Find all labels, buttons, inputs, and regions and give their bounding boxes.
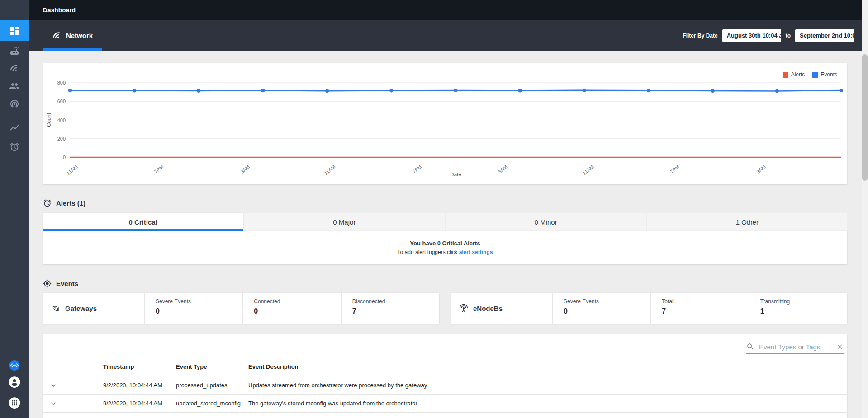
tab-network[interactable]: Network [43,20,102,51]
alerts-section-title: Alerts (1) [56,199,85,207]
cell-event-type: processed_updates [176,382,248,389]
date-from-input[interactable]: August 30th 10:04 a [722,29,781,42]
svg-text:600: 600 [57,99,66,104]
stat-label: Total [662,298,749,305]
svg-text:11AM: 11AM [581,164,594,176]
router-icon [9,45,20,56]
search-input[interactable] [758,343,832,351]
stat-label: Severe Events [156,298,242,305]
gateways-card-title: Gateways [65,305,97,312]
chart-legend: AlertsEvents [783,71,837,78]
page-title: Dashboard [43,7,76,14]
vertical-scrollbar [862,0,868,418]
alerts-severity-tabs: 0 Critical 0 Major 0 Minor 1 Other [43,213,847,231]
cell-event-description: The gateway's stored mconfig was updated… [248,400,847,407]
legend-label: Events [821,71,837,78]
date-filter: Filter By Date August 30th 10:04 a to Se… [683,20,854,51]
stat-value: 1 [760,307,847,315]
expand-row-button[interactable] [43,399,103,408]
sidebar-item-traffic[interactable] [0,95,29,113]
alerts-empty-hint-text: To add alert triggers click [398,249,458,255]
enodebs-card-label: eNodeBs [451,293,553,324]
alerts-section-header: Alerts (1) [43,199,85,207]
alarm-icon [9,142,19,152]
tab-other-label: 1 Other [736,218,759,226]
account-circle-icon [9,376,21,388]
tab-major[interactable]: 0 Major [244,213,444,231]
clear-search-icon[interactable] [836,343,844,351]
tab-major-label: 0 Major [333,218,356,226]
alarm-icon [43,199,52,207]
sidebar [0,0,29,418]
network-wifi-icon [9,64,19,74]
network-tab-label: Network [66,32,93,39]
expand-row-button[interactable] [43,381,103,390]
gateways-card: Gateways Severe Events 0 Connected 0 Dis… [43,293,439,324]
cell-event-type: updated_stored_mconfig [176,400,248,407]
sidebar-item-alarms[interactable] [0,138,29,156]
stat-value: 7 [662,307,749,315]
svg-text:Count: Count [46,113,52,127]
column-timestamp: Timestamp [103,363,176,370]
stat-label: Disconnected [352,298,439,305]
svg-text:800: 800 [57,80,66,85]
stat-transmitting: Transmitting 1 [749,293,847,324]
column-event-type: Event Type [176,363,248,370]
search-icon [746,343,754,351]
stat-total: Total 7 [651,293,749,324]
svg-text:7PM: 7PM [669,164,680,174]
legend-item-events: Events [812,71,837,78]
stat-severe-events: Severe Events 0 [145,293,243,324]
sidebar-item-metrics[interactable] [0,118,29,136]
events-section-header: Events [43,279,78,288]
events-summary-row: Gateways Severe Events 0 Connected 0 Dis… [43,293,847,324]
alerts-empty-title: You have 0 Critical Alerts [410,240,480,247]
alert-settings-link[interactable]: alert settings [459,249,493,255]
scrollbar-thumb[interactable] [862,54,868,181]
events-table-card: Timestamp Event Type Event Description 9… [43,334,847,418]
stat-label: Connected [254,298,341,305]
svg-text:7PM: 7PM [411,164,422,174]
tab-critical[interactable]: 0 Critical [43,213,243,231]
events-section-title: Events [56,280,78,287]
tab-minor[interactable]: 0 Minor [446,213,646,231]
sidebar-item-network[interactable] [0,60,29,78]
table-row[interactable]: 9/2/2020, 10:04:44 AM updated_stored_mco… [43,395,847,413]
stat-label: Transmitting [760,298,847,305]
stat-value: 0 [254,307,341,315]
stat-value: 0 [564,307,650,315]
sidebar-item-equipment[interactable] [0,42,29,60]
sidebar-item-subscribers[interactable] [0,77,29,95]
date-to-input[interactable]: September 2nd 10:04 [795,29,854,42]
cell-timestamp: 9/2/2020, 10:04:44 AM [103,382,176,389]
svg-text:7PM: 7PM [153,164,164,174]
tab-other[interactable]: 1 Other [647,213,847,231]
chevron-down-icon [49,399,58,408]
gateway-cell-icon [51,304,60,313]
svg-text:0: 0 [63,155,66,160]
svg-text:11AM: 11AM [323,164,336,176]
events-search-box [746,340,844,354]
account-circle-button[interactable] [9,376,21,388]
network-dashboard: { "topbar": { "title": "Dashboard" }, "h… [0,0,868,418]
alerts-empty-state: You have 0 Critical Alerts To add alert … [43,231,847,264]
wifi-tethering-icon [9,99,20,109]
cell-timestamp: 9/2/2020, 10:04:44 AM [103,400,176,407]
table-row[interactable]: 9/2/2020, 10:04:44 AM processed_updates … [43,376,847,395]
apps-grid-button[interactable] [9,397,21,409]
stat-connected: Connected 0 [243,293,341,324]
svg-text:200: 200 [57,136,66,141]
legend-item-alerts: Alerts [783,71,805,78]
code-circle-button[interactable] [9,360,20,371]
svg-text:3AM: 3AM [497,164,508,174]
gateways-card-label: Gateways [43,293,145,324]
column-event-description: Event Description [248,363,847,370]
apps-grid-icon [9,397,21,409]
legend-swatch [783,72,788,78]
cell-event-description: Updates streamed from orchestrator were … [248,382,847,389]
stat-value: 7 [352,307,439,315]
stat-label: Severe Events [564,298,650,305]
filter-by-date-label: Filter By Date [683,33,717,39]
my-location-icon [43,279,52,288]
sidebar-item-dashboard[interactable] [0,20,29,41]
